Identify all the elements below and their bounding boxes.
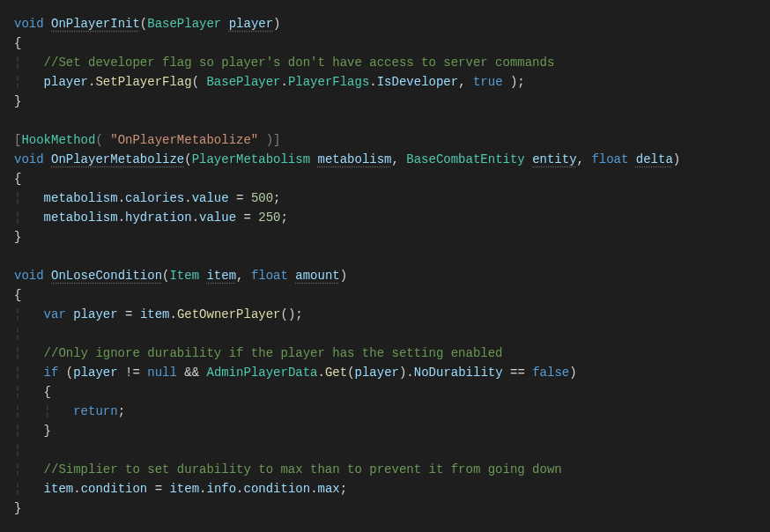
code-line: ¦ //Simplier to set durability to max th…: [14, 462, 562, 477]
keyword-null: null: [147, 366, 177, 380]
keyword-if: if: [44, 366, 59, 380]
code-line: void OnLoseCondition(Item item, float am…: [14, 269, 347, 283]
method-name: OnPlayerInit: [51, 17, 140, 31]
property: condition: [244, 482, 311, 496]
method-call: Get: [325, 366, 347, 380]
variable: item: [169, 482, 199, 496]
variable: player: [73, 307, 117, 321]
code-line: {: [14, 36, 21, 50]
comment: //Only ignore durability if the player h…: [44, 346, 503, 360]
keyword-void: void: [14, 152, 44, 166]
attribute-name: HookMethod: [21, 133, 95, 147]
blank-line: [14, 249, 21, 263]
code-line: ¦ item.condition = item.info.condition.m…: [14, 482, 347, 496]
code-line: ¦ {: [14, 385, 51, 399]
blank-line: [14, 114, 21, 128]
variable: item: [140, 307, 170, 321]
param-name: amount: [295, 269, 339, 283]
comment: //Set developer flag so player's don't h…: [44, 55, 555, 70]
code-line: ¦ var player = item.GetOwnerPlayer();: [14, 307, 303, 321]
property: value: [192, 191, 229, 205]
property: hydration: [125, 211, 192, 225]
property: max: [318, 482, 340, 496]
keyword-void: void: [14, 17, 44, 31]
code-line: void OnPlayerMetabolize(PlayerMetabolism…: [14, 152, 680, 166]
code-line: ¦ }: [14, 424, 51, 438]
enum-field: IsDeveloper: [377, 75, 458, 89]
property: calories: [125, 191, 184, 205]
code-line: ¦ //Only ignore durability if the player…: [14, 346, 503, 360]
string-literal: "OnPlayerMetabolize": [110, 133, 258, 147]
param-type: PlayerMetabolism: [192, 152, 310, 166]
param-name: player: [229, 17, 273, 31]
code-line: void OnPlayerInit(BasePlayer player): [14, 17, 281, 31]
number-literal: 250: [258, 211, 280, 225]
type-ref: AdminPlayerData: [206, 366, 317, 380]
comment: //Simplier to set durability to max than…: [44, 462, 562, 477]
blank-line: ¦: [14, 327, 21, 341]
code-line: ¦ metabolism.hydration.value = 250;: [14, 211, 288, 225]
property: condition: [81, 482, 148, 496]
variable: player: [44, 75, 88, 89]
code-line: ¦ metabolism.calories.value = 500;: [14, 191, 281, 205]
method-call: GetOwnerPlayer: [177, 307, 281, 321]
code-line: {: [14, 288, 21, 302]
param-type: float: [251, 269, 288, 283]
variable: metabolism: [44, 211, 118, 225]
param-type: Item: [169, 269, 199, 283]
code-line: }: [14, 94, 21, 108]
property: NoDurability: [414, 366, 503, 380]
keyword-void: void: [14, 269, 44, 283]
param-type: BaseCombatEntity: [406, 152, 524, 166]
method-call: SetPlayerFlag: [95, 75, 191, 89]
code-line: }: [14, 230, 21, 244]
variable: player: [355, 366, 399, 380]
variable: player: [73, 366, 117, 380]
code-line: ¦ ¦ return;: [14, 404, 125, 418]
variable: metabolism: [44, 191, 118, 205]
param-name: metabolism: [317, 152, 391, 166]
type-ref: BasePlayer: [206, 75, 280, 89]
property: value: [199, 211, 236, 225]
param-name: entity: [532, 152, 576, 166]
code-line: ¦ //Set developer flag so player's don't…: [14, 55, 554, 70]
code-line: }: [14, 501, 21, 515]
keyword-return: return: [73, 404, 117, 418]
keyword-true: true: [473, 75, 503, 89]
code-line: ¦ if (player != null && AdminPlayerData.…: [14, 366, 577, 380]
keyword-false: false: [532, 366, 569, 380]
method-name: OnLoseCondition: [51, 269, 162, 283]
code-line: {: [14, 172, 21, 186]
blank-line: ¦: [14, 443, 21, 457]
variable: item: [44, 482, 74, 496]
keyword-var: var: [44, 307, 66, 321]
param-type: float: [591, 152, 628, 166]
code-editor[interactable]: void OnPlayerInit(BasePlayer player) { ¦…: [14, 14, 756, 518]
param-name: item: [206, 269, 236, 283]
number-literal: 500: [251, 191, 273, 205]
property: info: [206, 482, 236, 496]
enum-ref: PlayerFlags: [288, 75, 369, 89]
code-line: [HookMethod( "OnPlayerMetabolize" )]: [14, 133, 280, 147]
code-line: ¦ player.SetPlayerFlag( BasePlayer.Playe…: [14, 75, 525, 89]
method-name: OnPlayerMetabolize: [51, 152, 184, 166]
param-name: delta: [636, 152, 673, 166]
param-type: BasePlayer: [147, 17, 221, 31]
